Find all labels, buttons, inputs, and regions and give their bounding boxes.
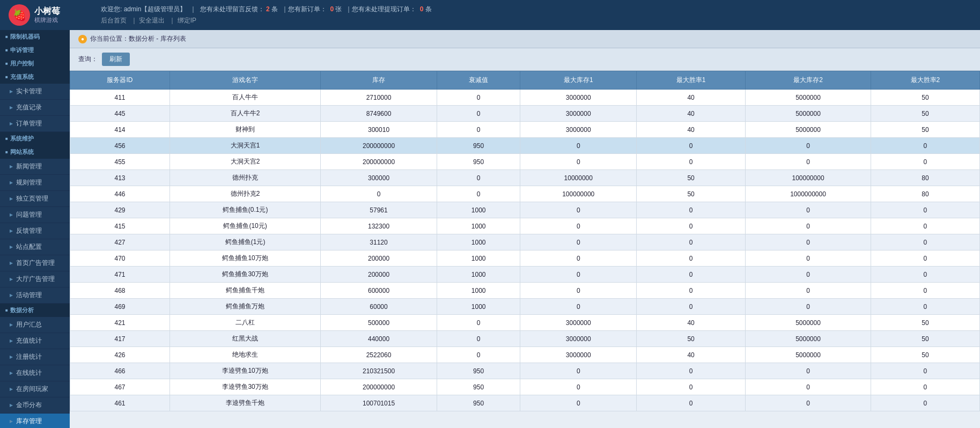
breadcrumb-icon: ● — [78, 35, 87, 43]
sidebar: 限制机器码 申诉管理 用户控制 充值系统 实卡管理 充值记录 订单管理 系统维护… — [0, 30, 70, 428]
table-row[interactable]: 471鳄鱼捕鱼30万炮20000010000000 — [70, 267, 980, 283]
cell-max-stock2: 0 — [746, 395, 871, 411]
table-row[interactable]: 427鳄鱼捕鱼(1元)3112010000000 — [70, 234, 980, 250]
sidebar-item-homepage-ads[interactable]: 首页广告管理 — [0, 255, 70, 271]
sidebar-section-recharge[interactable]: 充值系统 — [0, 70, 70, 84]
content-area: ● 你当前位置：数据分析 - 库存列表 查询： 刷新 服务器ID 游戏名字 库存… — [70, 30, 980, 428]
sidebar-item-feedback[interactable]: 反馈管理 — [0, 223, 70, 239]
cell-max-rate2: 0 — [871, 283, 979, 299]
table-row[interactable]: 426绝地求生25220600300000040500000050 — [70, 347, 980, 363]
cell-max-stock1: 3000000 — [520, 106, 637, 122]
cell-max-stock1: 0 — [520, 379, 637, 395]
header-info-block: 欢迎您: admin【超级管理员】 ｜ 您有未处理留言反馈： 2 条 ｜您有新订… — [101, 5, 971, 25]
table-row[interactable]: 456大洞天宫12000000009500000 — [70, 138, 980, 154]
cell-max-stock2: 100000000 — [746, 170, 871, 186]
sidebar-section-maintenance[interactable]: 系统维护 — [0, 132, 70, 145]
cell-max-stock1: 0 — [520, 154, 637, 170]
cell-server-id: 415 — [70, 218, 170, 234]
col-max-stock2: 最大库存2 — [746, 71, 871, 90]
logout-link[interactable]: 安全退出 — [139, 17, 165, 24]
table-row[interactable]: 445百人牛牛287496000300000040500000050 — [70, 106, 980, 122]
sidebar-item-activity[interactable]: 活动管理 — [0, 287, 70, 304]
cell-max-stock2: 5000000 — [746, 90, 871, 106]
table-row[interactable]: 413德州扑克3000000100000005010000000080 — [70, 170, 980, 186]
table-row[interactable]: 415鳄鱼捕鱼(10元)13230010000000 — [70, 218, 980, 234]
home-link[interactable]: 后台首页 — [101, 17, 127, 24]
table-row[interactable]: 469鳄鱼捕鱼万炮6000010000000 — [70, 299, 980, 315]
sidebar-item-realcard[interactable]: 实卡管理 — [0, 84, 70, 100]
sidebar-item-rules[interactable]: 规则管理 — [0, 175, 70, 191]
sidebar-item-pages[interactable]: 独立页管理 — [0, 191, 70, 207]
sidebar-section-data[interactable]: 数据分析 — [0, 304, 70, 317]
table-row[interactable]: 455大洞天宫22000000009500000 — [70, 154, 980, 170]
sidebar-item-order[interactable]: 订单管理 — [0, 116, 70, 132]
bind-ip-link[interactable]: 绑定IP — [178, 17, 196, 24]
cell-game-name: 鳄鱼捕鱼万炮 — [170, 299, 320, 315]
cell-game-name: 百人牛牛2 — [170, 106, 320, 122]
cell-server-id: 455 — [70, 154, 170, 170]
cell-stock: 300000 — [321, 170, 437, 186]
sidebar-item-news[interactable]: 新闻管理 — [0, 159, 70, 175]
cell-stock: 500000 — [321, 315, 437, 331]
refresh-button[interactable]: 刷新 — [102, 53, 130, 66]
col-server-id: 服务器ID — [70, 71, 170, 90]
table-row[interactable]: 429鳄鱼捕鱼(0.1元)5796110000000 — [70, 202, 980, 218]
cell-game-name: 财神到 — [170, 122, 320, 138]
logo-area: 🍓 小树莓 棋牌游戏 — [9, 4, 94, 26]
table-row[interactable]: 461李逵劈鱼千炮1007010159500000 — [70, 395, 980, 411]
sidebar-item-recharge-stats[interactable]: 充值统计 — [0, 333, 70, 349]
sidebar-item-site-config[interactable]: 站点配置 — [0, 239, 70, 255]
sidebar-section-website[interactable]: 网站系统 — [0, 145, 70, 159]
table-container[interactable]: 服务器ID 游戏名字 库存 衰减值 最大库存1 最大胜率1 最大库存2 最大胜率… — [70, 71, 980, 428]
sidebar-item-stock-mgmt[interactable]: 库存管理 — [0, 414, 70, 428]
cell-max-rate1: 0 — [637, 234, 746, 250]
breadcrumb-text: 你当前位置：数据分析 - 库存列表 — [90, 34, 186, 43]
table-row[interactable]: 467李逵劈鱼30万炮2000000009500000 — [70, 379, 980, 395]
col-max-rate1: 最大胜率1 — [637, 71, 746, 90]
cell-stock: 2710000 — [321, 90, 437, 106]
cell-game-name: 红黑大战 — [170, 331, 320, 347]
cell-decay: 1000 — [437, 299, 520, 315]
sidebar-item-recharge-record[interactable]: 充值记录 — [0, 100, 70, 116]
cell-stock: 57961 — [321, 202, 437, 218]
cell-stock: 600000 — [321, 283, 437, 299]
cell-server-id: 461 — [70, 395, 170, 411]
sidebar-section-appeal[interactable]: 申诉管理 — [0, 43, 70, 57]
cell-max-stock2: 0 — [746, 154, 871, 170]
cell-max-rate1: 0 — [637, 363, 746, 379]
sidebar-section-users[interactable]: 用户控制 — [0, 57, 70, 70]
main-layout: 限制机器码 申诉管理 用户控制 充值系统 实卡管理 充值记录 订单管理 系统维护… — [0, 30, 980, 428]
table-row[interactable]: 466李逵劈鱼10万炮2103215009500000 — [70, 363, 980, 379]
cell-max-stock1: 0 — [520, 218, 637, 234]
cell-max-rate1: 0 — [637, 299, 746, 315]
table-row[interactable]: 421二八杠5000000300000040500000050 — [70, 315, 980, 331]
table-row[interactable]: 468鳄鱼捕鱼千炮60000010000000 — [70, 283, 980, 299]
sidebar-item-user-summary[interactable]: 用户汇总 — [0, 317, 70, 333]
sidebar-section-restrict[interactable]: 限制机器码 — [0, 30, 70, 43]
cell-server-id: 466 — [70, 363, 170, 379]
breadcrumb: ● 你当前位置：数据分析 - 库存列表 — [70, 30, 980, 48]
sidebar-item-register-stats[interactable]: 注册统计 — [0, 349, 70, 365]
table-row[interactable]: 446德州扑克20010000000050100000000080 — [70, 186, 980, 202]
sidebar-item-room-players[interactable]: 在房间玩家 — [0, 381, 70, 397]
cell-max-stock2: 5000000 — [746, 106, 871, 122]
table-row[interactable]: 470鳄鱼捕鱼10万炮20000010000000 — [70, 250, 980, 267]
sidebar-item-problems[interactable]: 问题管理 — [0, 207, 70, 223]
cell-max-rate2: 50 — [871, 347, 979, 363]
sidebar-item-online-stats[interactable]: 在线统计 — [0, 365, 70, 381]
welcome-text: 欢迎您: admin【超级管理员】 — [101, 5, 186, 13]
table-row[interactable]: 417红黑大战4400000300000050500000050 — [70, 331, 980, 347]
feedback-count: 2 — [266, 5, 270, 13]
table-row[interactable]: 414财神到3000100300000040500000050 — [70, 122, 980, 138]
cell-decay: 0 — [437, 170, 520, 186]
table-row[interactable]: 411百人牛牛27100000300000040500000050 — [70, 90, 980, 106]
cell-stock: 60000 — [321, 299, 437, 315]
sidebar-item-gold-dist[interactable]: 金币分布 — [0, 397, 70, 414]
cell-max-stock2: 5000000 — [746, 315, 871, 331]
cell-game-name: 李逵劈鱼10万炮 — [170, 363, 320, 379]
cell-max-rate1: 40 — [637, 347, 746, 363]
withdrawals-count: 0 — [420, 5, 424, 13]
sidebar-item-hall-ads[interactable]: 大厅广告管理 — [0, 271, 70, 287]
cell-max-stock1: 0 — [520, 138, 637, 154]
cell-game-name: 李逵劈鱼千炮 — [170, 395, 320, 411]
